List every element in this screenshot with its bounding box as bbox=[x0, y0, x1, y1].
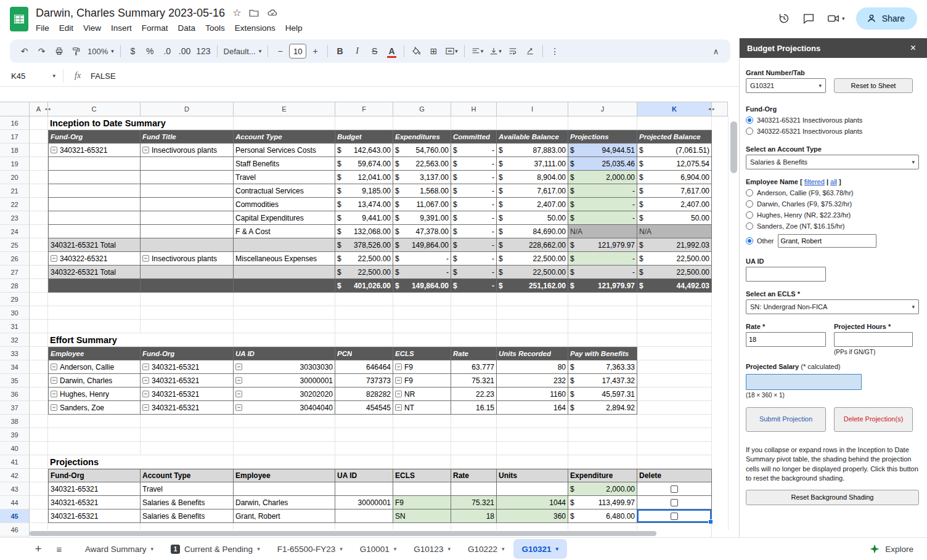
cell-F[interactable] bbox=[335, 116, 393, 130]
cell-C[interactable]: Employee bbox=[48, 347, 141, 360]
cell-G[interactable]: −F9 bbox=[393, 360, 451, 374]
cell-I[interactable]: Available Balance bbox=[497, 130, 568, 144]
sheet-tab-g10123[interactable]: G10123▾ bbox=[405, 539, 459, 559]
more-toolbar-button[interactable]: ⋮ bbox=[547, 43, 563, 60]
cell-D[interactable]: Fund Title bbox=[141, 130, 234, 144]
cell-H[interactable]: Rate bbox=[451, 347, 497, 360]
cell-A[interactable] bbox=[30, 388, 48, 401]
cell-A[interactable] bbox=[30, 279, 48, 293]
cell-K[interactable]: Delete bbox=[637, 469, 712, 482]
cell-K[interactable] bbox=[637, 482, 712, 496]
menu-extensions[interactable]: Extensions bbox=[230, 22, 280, 34]
cell-D[interactable]: Salaries & Benefits bbox=[141, 509, 234, 523]
cell-K[interactable] bbox=[637, 347, 712, 360]
cell-J[interactable] bbox=[568, 415, 637, 428]
row-header-37[interactable]: 37 bbox=[0, 401, 30, 415]
cell-A[interactable] bbox=[30, 374, 48, 388]
cell-J[interactable] bbox=[568, 442, 637, 455]
cell-E[interactable] bbox=[234, 116, 335, 130]
cell-J[interactable]: Expenditure bbox=[568, 469, 637, 482]
cell-F[interactable] bbox=[335, 333, 393, 347]
cell-E[interactable]: Employee bbox=[234, 469, 335, 482]
cell-G[interactable]: ECLS bbox=[393, 469, 451, 482]
cell-I[interactable] bbox=[497, 455, 568, 469]
cell-G[interactable]: F9 bbox=[393, 496, 451, 509]
cell-E[interactable]: Staff Benefits bbox=[234, 157, 335, 171]
cell-H[interactable]: $- bbox=[451, 279, 497, 293]
cell-K[interactable]: $2,407.00 bbox=[637, 198, 712, 211]
cell-E[interactable] bbox=[234, 333, 335, 347]
italic-button[interactable]: I bbox=[349, 43, 365, 60]
cell-J[interactable] bbox=[568, 116, 637, 130]
cell-H[interactable] bbox=[451, 455, 497, 469]
cell-A[interactable] bbox=[30, 184, 48, 198]
other-employee-input[interactable] bbox=[778, 234, 876, 248]
cell-C[interactable] bbox=[48, 442, 141, 455]
sheet-tab-g10222[interactable]: G10222▾ bbox=[459, 539, 513, 559]
cell-C[interactable] bbox=[48, 171, 141, 184]
reset-to-sheet-button[interactable]: Reset to Sheet bbox=[834, 78, 913, 93]
cell-F[interactable]: 454545 bbox=[335, 401, 393, 415]
reset-background-shading-button[interactable]: Reset Background Shading bbox=[746, 490, 919, 505]
cell-C[interactable]: −Anderson, Callie bbox=[48, 360, 141, 374]
font-selector[interactable]: Default...▾ bbox=[221, 43, 264, 60]
cell-I[interactable] bbox=[497, 428, 568, 442]
cell-D[interactable]: −340321-65321 bbox=[141, 388, 234, 401]
vertical-scroll-thumb[interactable] bbox=[730, 121, 737, 173]
cell-J[interactable]: $121,979.97 bbox=[568, 279, 637, 293]
cell-C[interactable]: Fund-Org bbox=[48, 469, 141, 482]
row-header-21[interactable]: 21 bbox=[0, 184, 30, 198]
cell-E[interactable]: Personal Services Costs bbox=[234, 144, 335, 157]
version-history-icon[interactable] bbox=[777, 12, 791, 25]
cell-H[interactable]: $- bbox=[451, 184, 497, 198]
cell-K[interactable] bbox=[637, 360, 712, 374]
other-radio[interactable] bbox=[746, 237, 753, 245]
zoom-selector[interactable]: 100%▾ bbox=[85, 43, 116, 60]
cell-F[interactable]: $378,526.00 bbox=[335, 238, 393, 252]
cell-G[interactable]: $149,864.00 bbox=[393, 279, 451, 293]
borders-button[interactable]: ⊞ bbox=[425, 43, 442, 60]
cell-E[interactable]: UA ID bbox=[234, 347, 335, 360]
undo-button[interactable]: ↶ bbox=[16, 43, 33, 60]
cell-I[interactable]: 164 bbox=[497, 401, 568, 415]
cell-F[interactable] bbox=[335, 428, 393, 442]
cell-A[interactable] bbox=[30, 347, 48, 360]
increase-font-size-button[interactable]: + bbox=[307, 43, 324, 60]
cell-E[interactable]: Capital Expenditures bbox=[234, 211, 335, 225]
row-header-27[interactable]: 27 bbox=[0, 266, 30, 279]
cell-E[interactable]: −30000001 bbox=[234, 374, 335, 388]
cell-F[interactable]: $401,026.00 bbox=[335, 279, 393, 293]
employee-option-1-radio[interactable] bbox=[746, 200, 753, 208]
cell-C[interactable] bbox=[48, 225, 141, 238]
cell-A[interactable] bbox=[30, 130, 48, 144]
collapse-group-button[interactable]: − bbox=[142, 377, 149, 384]
row-header-40[interactable]: 40 bbox=[0, 442, 30, 455]
row-header-29[interactable]: 29 bbox=[0, 293, 30, 306]
cell-H[interactable] bbox=[451, 333, 497, 347]
row-header-19[interactable]: 19 bbox=[0, 157, 30, 171]
row-header-25[interactable]: 25 bbox=[0, 238, 30, 252]
cell-H[interactable]: 63.777 bbox=[451, 360, 497, 374]
cell-K[interactable]: $44,492.03 bbox=[637, 279, 712, 293]
cell-G[interactable]: SN bbox=[393, 509, 451, 523]
cell-E[interactable] bbox=[234, 320, 335, 333]
cell-F[interactable]: $22,500.00 bbox=[335, 266, 393, 279]
menu-insert[interactable]: Insert bbox=[106, 22, 137, 34]
cell-F[interactable] bbox=[335, 455, 393, 469]
collapse-group-button[interactable]: − bbox=[51, 255, 57, 262]
cell-F[interactable]: $59,674.00 bbox=[335, 157, 393, 171]
employee-option-2-radio[interactable] bbox=[746, 211, 753, 219]
collapse-group-button[interactable]: − bbox=[395, 391, 402, 397]
cell-C[interactable] bbox=[48, 184, 141, 198]
cell-C[interactable]: Inception to Date Summary bbox=[48, 116, 141, 130]
cell-G[interactable] bbox=[393, 116, 451, 130]
cell-J[interactable]: $7,363.33 bbox=[568, 360, 637, 374]
cell-F[interactable]: $9,185.00 bbox=[335, 184, 393, 198]
all-sheets-button[interactable]: ≡ bbox=[51, 543, 68, 555]
select-all-corner[interactable] bbox=[0, 102, 30, 116]
column-header-K[interactable]: K◂ bbox=[637, 102, 712, 116]
cell-K[interactable] bbox=[637, 442, 712, 455]
menu-view[interactable]: View bbox=[78, 22, 106, 34]
cell-K[interactable] bbox=[637, 415, 712, 428]
cell-C[interactable]: −340321-65321 bbox=[48, 144, 141, 157]
